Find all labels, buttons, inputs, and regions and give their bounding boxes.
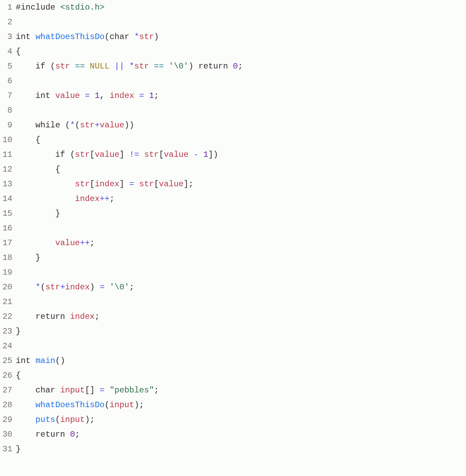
line-number: 17 xyxy=(0,236,16,250)
code-token xyxy=(50,91,55,100)
code-token: '\0' xyxy=(169,62,189,71)
line-number: 13 xyxy=(0,177,16,191)
line-content xyxy=(16,265,466,280)
code-token: return xyxy=(198,62,228,71)
code-token: 1 xyxy=(203,150,208,159)
code-token xyxy=(16,283,36,292)
code-token xyxy=(16,386,36,395)
code-token: ( xyxy=(70,150,75,159)
code-token xyxy=(194,62,198,71)
code-token xyxy=(134,91,139,100)
line-number: 5 xyxy=(0,59,16,74)
line-number: 18 xyxy=(0,250,16,265)
code-token: "pebbles" xyxy=(110,386,154,395)
code-token: value xyxy=(55,238,80,248)
code-line: 13 str[index] = str[value]; xyxy=(0,177,466,191)
code-token: ) xyxy=(134,400,139,410)
line-content xyxy=(16,15,466,29)
code-token: == xyxy=(154,62,164,71)
code-token: ; xyxy=(188,179,193,189)
line-content: char input[] = "pebbles"; xyxy=(16,383,466,398)
code-line: 18 } xyxy=(0,250,466,265)
code-token: str xyxy=(80,121,95,130)
code-token: str xyxy=(75,150,90,159)
code-token: ( xyxy=(65,121,70,130)
code-token: = xyxy=(100,386,105,395)
code-token xyxy=(129,32,134,41)
code-token: [ xyxy=(90,150,95,159)
code-token: value xyxy=(164,150,188,159)
line-number: 10 xyxy=(0,133,16,147)
code-token: main xyxy=(36,356,56,365)
line-number: 23 xyxy=(0,324,16,339)
code-token: int xyxy=(36,91,50,100)
code-token: 1 xyxy=(95,91,99,100)
code-line: 26{ xyxy=(0,368,466,383)
code-token: ; xyxy=(95,312,99,321)
code-line: 2 xyxy=(0,15,466,29)
code-line: 17 value++; xyxy=(0,236,466,250)
code-token: ; xyxy=(238,62,243,71)
code-token xyxy=(198,150,203,159)
line-content: return 0; xyxy=(16,427,466,442)
code-token: { xyxy=(16,371,21,380)
code-token: if xyxy=(55,150,65,159)
line-content: } xyxy=(16,442,466,456)
line-content: { xyxy=(16,162,466,177)
code-line: 29 puts(input); xyxy=(0,412,466,427)
line-number: 9 xyxy=(0,118,16,133)
code-token: puts xyxy=(36,415,56,424)
line-content: int value = 1, index = 1; xyxy=(16,88,466,103)
code-token: + xyxy=(95,121,99,130)
code-token: index xyxy=(110,91,134,100)
code-line: 6 xyxy=(0,74,466,88)
code-token: str xyxy=(134,62,149,71)
code-line: 9 while (*(str+value)) xyxy=(0,118,466,133)
code-line: 10 { xyxy=(0,133,466,147)
line-content: return index; xyxy=(16,309,466,324)
code-token: - xyxy=(194,150,198,159)
code-token: [ xyxy=(90,179,95,189)
code-token xyxy=(16,91,36,100)
line-content: index++; xyxy=(16,191,466,206)
code-token: ( xyxy=(55,415,60,424)
code-token: while xyxy=(36,121,60,130)
code-token: ; xyxy=(139,400,144,410)
code-line: 27 char input[] = "pebbles"; xyxy=(0,383,466,398)
code-line: 4{ xyxy=(0,44,466,59)
line-content: puts(input); xyxy=(16,412,466,427)
line-content: { xyxy=(16,44,466,59)
line-number: 8 xyxy=(0,103,16,118)
code-line: 25int main() xyxy=(0,353,466,368)
code-token xyxy=(134,179,139,189)
code-token: * xyxy=(70,121,75,130)
line-content: *(str+index) = '\0'; xyxy=(16,280,466,295)
line-content: while (*(str+value)) xyxy=(16,118,466,133)
code-token xyxy=(95,283,99,292)
code-token: value xyxy=(95,150,119,159)
line-content: { xyxy=(16,133,466,147)
line-content: #include <stdio.h> xyxy=(16,0,466,15)
code-token: char xyxy=(110,32,130,41)
code-token: * xyxy=(129,62,134,71)
line-content: } xyxy=(16,206,466,221)
code-token: ; xyxy=(129,283,134,292)
code-token: <stdio.h> xyxy=(60,3,105,12)
code-token xyxy=(16,165,55,174)
code-token: * xyxy=(134,32,139,41)
code-token xyxy=(16,400,36,410)
line-number: 4 xyxy=(0,44,16,59)
line-content: if (str == NULL || *str == '\0') return … xyxy=(16,59,466,74)
code-token xyxy=(55,3,60,12)
code-token: whatDoesThisDo xyxy=(36,32,105,41)
code-token: { xyxy=(36,135,40,145)
code-token: } xyxy=(16,444,21,454)
line-number: 27 xyxy=(0,383,16,398)
code-line: 31} xyxy=(0,442,466,456)
code-token: ; xyxy=(90,415,95,424)
line-number: 1 xyxy=(0,0,16,15)
code-token: str xyxy=(139,179,154,189)
line-number: 3 xyxy=(0,29,16,44)
code-token: ] xyxy=(184,179,188,189)
code-token: ) xyxy=(213,150,218,159)
